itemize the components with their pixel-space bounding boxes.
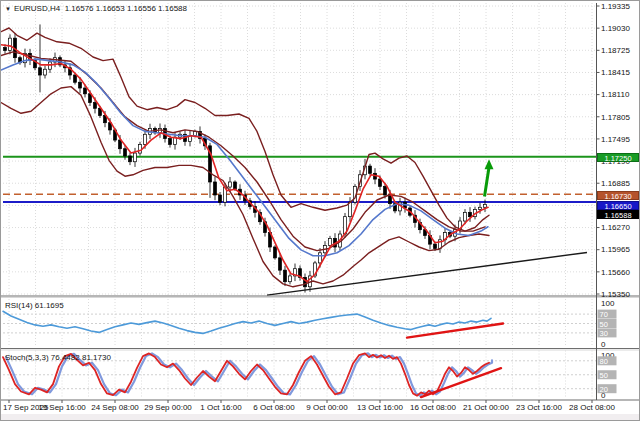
chevron-down-icon[interactable]: ▼ xyxy=(5,6,11,12)
price-axis-label: 1.16270 xyxy=(601,223,630,232)
time-axis-label: 23 Oct 16:00 xyxy=(516,403,562,412)
level-badge-text: 30 xyxy=(600,329,608,338)
price-badge-last-price: 1.16588 xyxy=(597,210,639,219)
scale-max-label: 100 xyxy=(601,299,615,308)
price-badge-resistance: 1.17250 xyxy=(597,153,639,162)
time-axis-label: 6 Oct 08:00 xyxy=(253,403,294,412)
stoch-indicator-label: Stoch(5,3,3) 76.4482 81.1730 xyxy=(5,353,111,362)
rsi-indicator-label: RSI(14) 61.1695 xyxy=(5,301,64,310)
ohlc-values: 1.16576 1.16653 1.16556 1.16588 xyxy=(65,4,187,13)
level-badge-text: 20 xyxy=(600,385,608,394)
price-axis-label: 1.18725 xyxy=(601,46,630,55)
level-badge-text: 70 xyxy=(600,310,608,319)
price-axis-label: 1.17495 xyxy=(601,135,630,144)
time-axis-label: 16 Oct 08:00 xyxy=(410,403,456,412)
price-axis-label: 1.18110 xyxy=(601,90,630,99)
price-badge-support: 1.16650 xyxy=(597,201,639,210)
time-axis-label: 28 Oct 08:00 xyxy=(569,403,615,412)
time-axis-label: 1 Oct 16:00 xyxy=(200,403,241,412)
price-axis-label: 1.17805 xyxy=(601,113,630,122)
price-axis-label: 1.15350 xyxy=(601,290,630,299)
price-axis-label: 1.15965 xyxy=(601,245,630,254)
price-axis-label: 1.19335 xyxy=(601,2,630,11)
time-axis-label: 29 Sep 00:00 xyxy=(144,403,192,412)
time-axis-label: 24 Sep 08:00 xyxy=(91,403,139,412)
chart-symbol-title: ▼EURUSD,H4 1.16576 1.16653 1.16556 1.165… xyxy=(5,4,187,13)
price-axis-label: 1.18415 xyxy=(601,68,630,77)
price-axis-label: 1.15660 xyxy=(601,268,630,277)
rsi-panel xyxy=(3,311,596,337)
price-axis-label: 1.19030 xyxy=(601,24,630,33)
time-axis-label: 9 Oct 00:00 xyxy=(306,403,347,412)
scale-min-label: 0 xyxy=(601,340,606,349)
price-levels xyxy=(3,157,596,202)
symbol-period-label: EURUSD,H4 xyxy=(14,4,60,13)
time-axis-label: 21 Oct 00:00 xyxy=(463,403,509,412)
level-badge-text: 50 xyxy=(600,371,608,380)
level-badge-text: 80 xyxy=(600,357,608,366)
metatrader-chart-window: 1.193351.190301.187251.184151.181101.178… xyxy=(0,0,640,421)
up-arrow-icon xyxy=(485,167,490,196)
price-axis-label: 1.16885 xyxy=(601,179,630,188)
grid xyxy=(3,3,596,398)
price-badge-pivot: 1.16730 xyxy=(597,191,639,200)
level-badge-text: 50 xyxy=(600,320,608,329)
time-axis-label: 13 Oct 16:00 xyxy=(357,403,403,412)
time-axis-label: 19 Sep 16:00 xyxy=(38,403,86,412)
